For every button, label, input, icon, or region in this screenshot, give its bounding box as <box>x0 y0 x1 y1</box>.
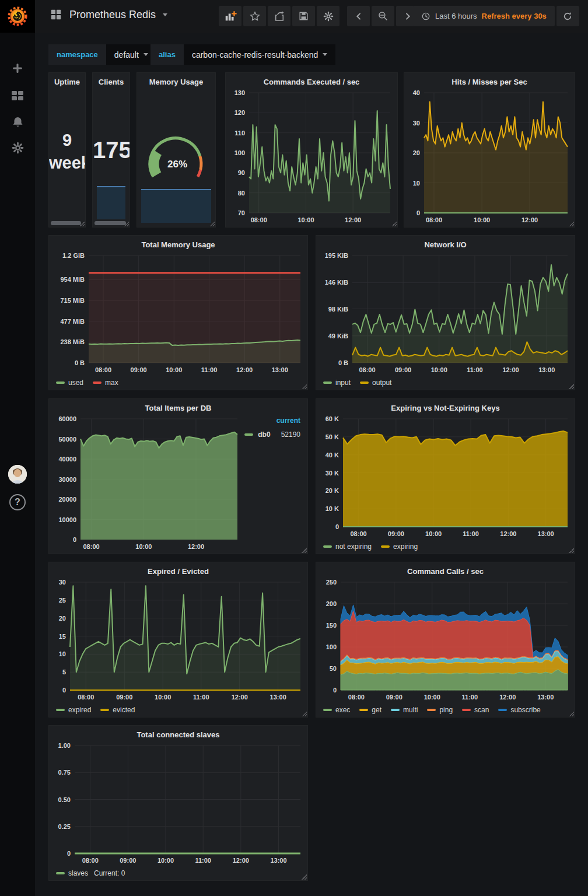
star-button[interactable] <box>243 6 266 26</box>
legend-label: expired <box>68 706 91 714</box>
svg-text:08:00: 08:00 <box>251 216 267 223</box>
svg-text:0.25: 0.25 <box>58 823 71 830</box>
resize-handle[interactable] <box>569 221 574 226</box>
alias-variable-value[interactable]: carbon-cache-redis-result-backend <box>184 44 335 65</box>
graph-total-items-per-db[interactable]: 08:0010:0012:000100002000030000400005000… <box>51 414 242 551</box>
dashboard-title-button[interactable]: Prometheus Redis <box>50 8 167 21</box>
legend-column-header[interactable]: current <box>244 416 300 425</box>
time-back-button[interactable] <box>347 6 370 26</box>
panel-title[interactable]: Memory Usage <box>137 73 215 88</box>
resize-handle[interactable] <box>302 384 307 389</box>
dashboard-grid-icon <box>50 8 62 21</box>
legend-item-output[interactable]: output <box>360 379 391 387</box>
zoom-out-button[interactable] <box>372 6 394 26</box>
dashboard-title: Prometheus Redis <box>69 9 156 21</box>
panel-title[interactable]: Command Calls / sec <box>316 562 575 578</box>
legend-item-evicted[interactable]: evicted <box>100 706 135 714</box>
grafana-logo[interactable] <box>0 0 35 33</box>
legend-item-get[interactable]: get <box>359 706 382 714</box>
memory-gauge: 26% <box>141 127 213 183</box>
svg-text:100: 100 <box>326 643 337 650</box>
save-button[interactable] <box>292 6 315 26</box>
namespace-variable[interactable]: namespace default <box>48 44 156 65</box>
legend-item-expiring[interactable]: expiring <box>381 542 418 551</box>
legend-label: max <box>105 379 118 387</box>
legend-item-scan[interactable]: scan <box>462 706 489 714</box>
panel-title[interactable]: Expiring vs Not-Expiring Keys <box>316 399 575 414</box>
panel-title[interactable]: Total connected slaves <box>49 726 307 741</box>
graph-connected-slaves[interactable]: 08:0009:0010:0011:0012:0013:0000.250.500… <box>51 741 305 865</box>
legend-item-input[interactable]: input <box>323 379 351 387</box>
graph-expiring-keys[interactable]: 08:0009:0010:0011:0012:0013:00010 K20 K3… <box>318 414 572 538</box>
alias-variable[interactable]: alias carbon-cache-redis-result-backend <box>150 44 335 65</box>
panel-expired-evicted: Expired / Evicted 08:0009:0010:0011:0012… <box>48 562 308 718</box>
legend-item-not-expiring[interactable]: not expiring <box>323 542 372 551</box>
horizontal-scrollbar[interactable] <box>51 221 81 225</box>
settings-button[interactable] <box>317 6 340 26</box>
resize-handle[interactable] <box>209 221 215 226</box>
legend-item-db0[interactable]: db052190 <box>244 430 300 439</box>
panel-title[interactable]: Hits / Misses per Sec <box>404 73 575 88</box>
panel-title[interactable]: Uptime <box>49 73 85 88</box>
help-button[interactable]: ? <box>9 494 26 510</box>
horizontal-scrollbar[interactable] <box>94 221 126 225</box>
svg-text:11:00: 11:00 <box>193 694 209 701</box>
svg-text:20 K: 20 K <box>326 487 339 494</box>
legend-label: output <box>372 379 391 387</box>
svg-text:13:00: 13:00 <box>537 694 554 701</box>
share-button[interactable] <box>268 6 290 26</box>
legend-item-ping[interactable]: ping <box>427 706 453 714</box>
legend-label: scan <box>474 706 489 714</box>
panel-title[interactable]: Clients <box>93 73 130 88</box>
sidebar-dashboards-button[interactable] <box>0 83 35 108</box>
legend-item-used[interactable]: used <box>56 379 83 387</box>
graph-command-calls[interactable]: 08:0009:0010:0011:0012:0013:000501001502… <box>318 578 572 702</box>
resize-handle[interactable] <box>79 221 85 226</box>
panel-title[interactable]: Commands Executed / sec <box>226 73 397 88</box>
graph-hits-misses[interactable]: 08:0010:0012:00010203040 <box>407 88 572 225</box>
svg-text:09:00: 09:00 <box>388 530 404 537</box>
sidebar-alerting-button[interactable] <box>0 109 35 135</box>
gauge-arc: 26% <box>141 127 213 183</box>
panel-title[interactable]: Total Items per DB <box>49 399 307 414</box>
sidebar-configuration-button[interactable] <box>0 135 35 160</box>
svg-text:13:00: 13:00 <box>538 366 555 373</box>
graph-network-io[interactable]: 08:0009:0010:0011:0012:0013:000 B49 KiB9… <box>318 251 572 374</box>
resize-handle[interactable] <box>302 548 307 553</box>
namespace-variable-value[interactable]: default <box>106 44 156 65</box>
svg-text:10000: 10000 <box>58 516 76 523</box>
graph-expired-evicted[interactable]: 08:0009:0010:0011:0012:0013:000510152025… <box>51 578 305 702</box>
legend-item-expired[interactable]: expired <box>56 706 91 714</box>
legend-item-subscribe[interactable]: subscribe <box>498 706 540 714</box>
legend-item-max[interactable]: max <box>93 379 118 387</box>
resize-handle[interactable] <box>569 384 574 389</box>
gauge-value-text: 26% <box>167 159 187 170</box>
sidebar-add-button[interactable] <box>0 55 35 81</box>
legend-current-value: 52190 <box>281 430 300 439</box>
panel-title[interactable]: Network I/O <box>316 236 575 251</box>
legend-item-slaves[interactable]: slavesCurrent: 0 <box>56 869 125 877</box>
resize-handle[interactable] <box>569 711 574 716</box>
resize-handle[interactable] <box>302 874 307 880</box>
graph-total-memory-usage[interactable]: 08:0009:0010:0011:0012:0013:000 B238 MiB… <box>51 251 305 374</box>
user-avatar[interactable] <box>8 465 27 484</box>
panel-title[interactable]: Total Memory Usage <box>49 236 307 251</box>
svg-text:80: 80 <box>238 190 245 197</box>
resize-handle[interactable] <box>391 221 397 226</box>
add-panel-button[interactable] <box>219 6 242 26</box>
svg-text:09:00: 09:00 <box>116 694 132 701</box>
svg-text:12:00: 12:00 <box>500 530 516 537</box>
graph-commands-executed[interactable]: 08:0010:0012:00708090100110120130 <box>228 88 395 225</box>
panel-title[interactable]: Expired / Evicted <box>49 562 307 578</box>
svg-text:20: 20 <box>413 149 420 156</box>
panel-hits-misses: Hits / Misses per Sec 08:0010:0012:00010… <box>404 72 575 228</box>
refresh-button[interactable] <box>556 6 579 26</box>
resize-handle[interactable] <box>569 548 574 553</box>
legend-item-exec[interactable]: exec <box>323 706 350 714</box>
legend-item-multi[interactable]: multi <box>391 706 418 714</box>
resize-handle[interactable] <box>302 711 307 716</box>
legend-color-dash <box>323 382 332 384</box>
svg-text:250: 250 <box>326 579 337 586</box>
resize-handle[interactable] <box>124 221 129 226</box>
timepicker-button[interactable]: Last 6 hours Refresh every 30s <box>413 6 555 26</box>
